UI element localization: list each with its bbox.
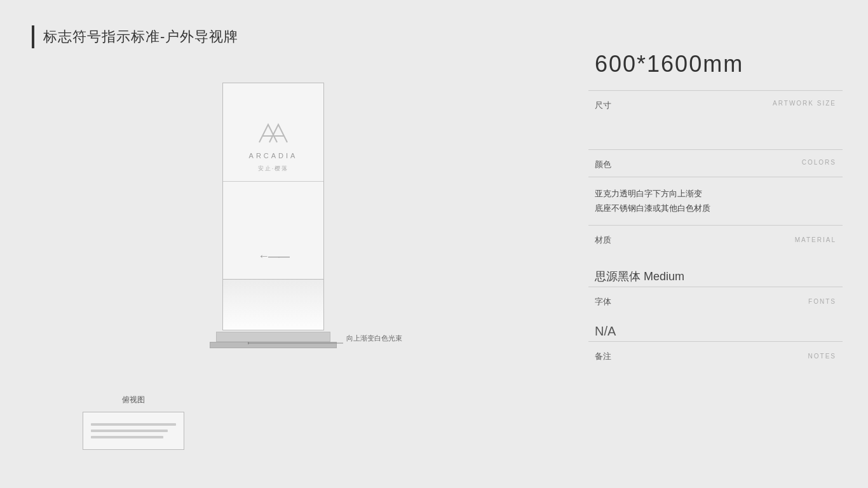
material-section: 材质 MATERIAL <box>588 225 843 252</box>
colors-section-header: 颜色 COLORS <box>588 149 843 177</box>
notes-section: 备注 NOTES <box>588 341 843 369</box>
sign-board-lower <box>222 280 324 330</box>
size-section: 尺寸 ARTWORK SIZE <box>588 90 843 118</box>
top-view-box <box>83 412 184 450</box>
top-view-line-3 <box>91 436 163 438</box>
material-spacer <box>588 252 843 259</box>
material-label-en: MATERIAL <box>795 236 836 243</box>
svg-point-1 <box>248 342 249 344</box>
colors-spacer <box>588 118 843 149</box>
sign-divider <box>223 181 323 182</box>
top-view-line-2 <box>91 430 168 432</box>
font-display-text: 思源黑体 Medium <box>588 259 843 287</box>
header-bar <box>32 25 34 48</box>
font-section: 字体 FONTS <box>588 287 843 314</box>
color-desc-2: 底座不锈钢白漆或其他白色材质 <box>595 201 836 215</box>
right-panel: 600*1600mm 尺寸 ARTWORK SIZE 颜色 COLORS 亚克力… <box>588 51 843 470</box>
color-description-block: 亚克力透明白字下方向上渐变 底座不锈钢白漆或其他白色材质 <box>588 177 843 225</box>
size-label-cn: 尺寸 <box>595 100 611 111</box>
page-title: 标志符号指示标准-户外导视牌 <box>43 27 238 46</box>
top-view-section: 俯视图 <box>83 395 184 450</box>
page-header: 标志符号指示标准-户外导视牌 <box>32 25 238 48</box>
size-label-en: ARTWORK SIZE <box>773 100 836 107</box>
annotation-group: 向上渐变白色光束 <box>248 337 388 358</box>
colors-label-cn: 颜色 <box>595 159 611 170</box>
sign-illustration: ARCADIA 安止·樱落 ←—— <box>210 83 337 348</box>
sign-board-upper: ARCADIA 安止·樱落 ←—— <box>222 83 324 280</box>
top-view-line-1 <box>91 423 176 426</box>
notes-label-cn: 备注 <box>595 351 611 362</box>
top-view-label: 俯视图 <box>83 395 184 405</box>
notes-label-en: NOTES <box>808 353 836 360</box>
arcadia-logo-icon <box>254 118 292 147</box>
dimension-title: 600*1600mm <box>588 51 843 78</box>
font-label-en: FONTS <box>808 298 836 305</box>
colors-label-en: COLORS <box>802 159 836 166</box>
notes-value: N/A <box>588 314 843 341</box>
color-desc-1: 亚克力透明白字下方向上渐变 <box>595 186 836 201</box>
sign-brand-sub: 安止·樱落 <box>258 165 289 173</box>
sign-brand-name: ARCADIA <box>249 152 298 159</box>
material-label-cn: 材质 <box>595 234 611 246</box>
annotation-text: 向上渐变白色光束 <box>346 334 402 343</box>
sign-arrow: ←—— <box>258 250 288 263</box>
sign-logo-area: ARCADIA 安止·樱落 <box>249 118 298 173</box>
font-label-cn: 字体 <box>595 296 611 308</box>
